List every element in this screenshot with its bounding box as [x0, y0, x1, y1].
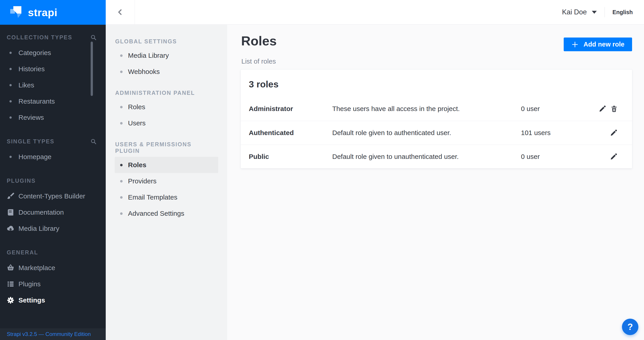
- question-mark-icon: ?: [627, 322, 633, 332]
- edit-role-button[interactable]: [610, 129, 618, 136]
- header-divider: [604, 7, 605, 17]
- language-selector[interactable]: English: [612, 9, 633, 15]
- settings-item-webhooks[interactable]: Webhooks: [115, 64, 218, 80]
- search-icon[interactable]: [90, 138, 97, 145]
- settings-section-label: ADMINISTRATION PANEL: [115, 90, 218, 96]
- sidebar-item-settings[interactable]: Settings: [0, 292, 106, 308]
- sidebar-item-media-library[interactable]: Media Library: [0, 220, 106, 237]
- settings-section-label: GLOBAL SETTINGS: [115, 38, 218, 45]
- sidebar-section-header: SINGLE TYPES: [0, 138, 106, 145]
- delete-role-button[interactable]: [610, 105, 618, 112]
- add-new-role-button[interactable]: Add new role: [564, 37, 632, 51]
- role-user-count: 0 user: [521, 153, 593, 160]
- bullet-icon: [6, 100, 15, 102]
- settings-item-roles[interactable]: Roles: [115, 99, 218, 115]
- bullet-icon: [120, 196, 122, 199]
- role-user-count: 0 user: [521, 105, 593, 113]
- bullet-icon: [120, 70, 122, 73]
- settings-item-media-library[interactable]: Media Library: [115, 47, 218, 64]
- sidebar-list: CategoriesHistoriesLikesRestaurantsRevie…: [0, 45, 106, 126]
- role-row-authenticated[interactable]: AuthenticatedDefault role given to authe…: [241, 121, 632, 144]
- sidebar-item-marketplace[interactable]: Marketplace: [0, 260, 106, 276]
- sidebar-section-general: GENERALMarketplacePluginsSettings: [0, 249, 106, 308]
- sidebar-item-restaurants[interactable]: Restaurants: [0, 93, 106, 109]
- bullet-icon: [120, 106, 122, 108]
- collapse-menu-button[interactable]: [106, 0, 135, 24]
- role-user-count: 101 users: [521, 129, 593, 137]
- sidebar-item-label: Plugins: [18, 280, 40, 288]
- sidebar-item-likes[interactable]: Likes: [0, 77, 106, 93]
- role-row-administrator[interactable]: AdministratorThese users have all access…: [241, 97, 632, 121]
- settings-item-providers[interactable]: Providers: [115, 173, 218, 189]
- help-button[interactable]: ?: [622, 319, 638, 335]
- sidebar-scrollbar[interactable]: [91, 41, 93, 96]
- sidebar-item-label: Likes: [18, 81, 34, 89]
- user-name: Kai Doe: [562, 8, 587, 16]
- pencil-icon: [610, 129, 618, 136]
- sidebar-section-header: GENERAL: [0, 249, 106, 256]
- bullet-icon: [6, 68, 15, 70]
- pencil-icon: [610, 153, 618, 160]
- settings-item-label: Roles: [128, 161, 146, 169]
- sidebar-item-reviews[interactable]: Reviews: [0, 109, 106, 126]
- chevron-left-icon: [116, 8, 124, 16]
- strapi-logo-text: strapi: [28, 6, 57, 19]
- settings-item-email-templates[interactable]: Email Templates: [115, 189, 218, 205]
- bullet-icon: [120, 180, 122, 182]
- sidebar-list: MarketplacePluginsSettings: [0, 260, 106, 308]
- search-icon[interactable]: [90, 34, 97, 41]
- sidebar-item-label: Documentation: [18, 209, 64, 216]
- strapi-logo-icon: [9, 5, 24, 20]
- bullet-icon: [120, 212, 122, 215]
- settings-item-advanced-settings[interactable]: Advanced Settings: [115, 205, 218, 222]
- edit-role-button[interactable]: [599, 105, 606, 112]
- role-actions: [593, 129, 618, 136]
- sidebar-item-label: Marketplace: [18, 264, 55, 272]
- role-name: Authenticated: [249, 129, 332, 137]
- version-link[interactable]: Strapi v3.2.5 — Community Edition: [7, 331, 91, 337]
- sidebar-item-homepage[interactable]: Homepage: [0, 149, 106, 165]
- main-sidebar: strapi COLLECTION TYPESCategoriesHistori…: [0, 0, 106, 340]
- roles-count: 3 roles: [241, 70, 632, 91]
- strapi-logo[interactable]: strapi: [0, 0, 106, 25]
- chevron-down-icon: [592, 11, 597, 14]
- basket-icon: [6, 264, 15, 272]
- sidebar-section-single-types: SINGLE TYPESHomepage: [0, 138, 106, 165]
- role-name: Administrator: [249, 105, 332, 113]
- role-description: These users have all access in the proje…: [332, 105, 521, 113]
- sidebar-section-plugins: PLUGINSContent-Types BuilderDocumentatio…: [0, 178, 106, 237]
- page-title: Roles: [241, 33, 277, 48]
- sidebar-item-categories[interactable]: Categories: [0, 45, 106, 61]
- sidebar-menu: COLLECTION TYPESCategoriesHistoriesLikes…: [0, 25, 106, 328]
- sidebar-section-label: GENERAL: [7, 249, 38, 256]
- sidebar-item-label: Reviews: [18, 114, 44, 121]
- sidebar-item-label: Restaurants: [18, 97, 55, 105]
- role-name: Public: [249, 153, 332, 160]
- settings-list: RolesProvidersEmail TemplatesAdvanced Se…: [115, 157, 218, 222]
- book-icon: [6, 209, 15, 216]
- role-actions: [593, 105, 618, 112]
- settings-item-label: Users: [128, 119, 146, 127]
- role-row-public[interactable]: PublicDefault role given to unauthentica…: [241, 144, 632, 168]
- settings-item-roles[interactable]: Roles: [115, 157, 218, 173]
- sidebar-item-content-types-builder[interactable]: Content-Types Builder: [0, 188, 106, 204]
- bullet-icon: [6, 116, 15, 119]
- trash-icon: [610, 105, 618, 112]
- user-menu[interactable]: Kai Doe: [562, 8, 596, 16]
- sidebar-item-histories[interactable]: Histories: [0, 61, 106, 77]
- role-description: Default role given to authenticated user…: [332, 129, 521, 137]
- settings-item-label: Advanced Settings: [128, 210, 184, 217]
- sidebar-item-plugins[interactable]: Plugins: [0, 276, 106, 292]
- settings-section-administration-panel: ADMINISTRATION PANELRolesUsers: [106, 90, 227, 131]
- settings-item-label: Providers: [128, 177, 156, 185]
- sidebar-section-label: SINGLE TYPES: [7, 138, 54, 145]
- list-icon: [6, 281, 15, 288]
- cloud-upload-icon: [6, 225, 15, 233]
- sidebar-section-collection-types: COLLECTION TYPESCategoriesHistoriesLikes…: [0, 34, 106, 126]
- settings-sidebar: GLOBAL SETTINGSMedia LibraryWebhooksADMI…: [106, 25, 227, 340]
- sidebar-item-documentation[interactable]: Documentation: [0, 204, 106, 220]
- settings-list: RolesUsers: [115, 99, 218, 131]
- edit-role-button[interactable]: [610, 153, 618, 160]
- bullet-icon: [6, 52, 15, 54]
- settings-item-users[interactable]: Users: [115, 115, 218, 131]
